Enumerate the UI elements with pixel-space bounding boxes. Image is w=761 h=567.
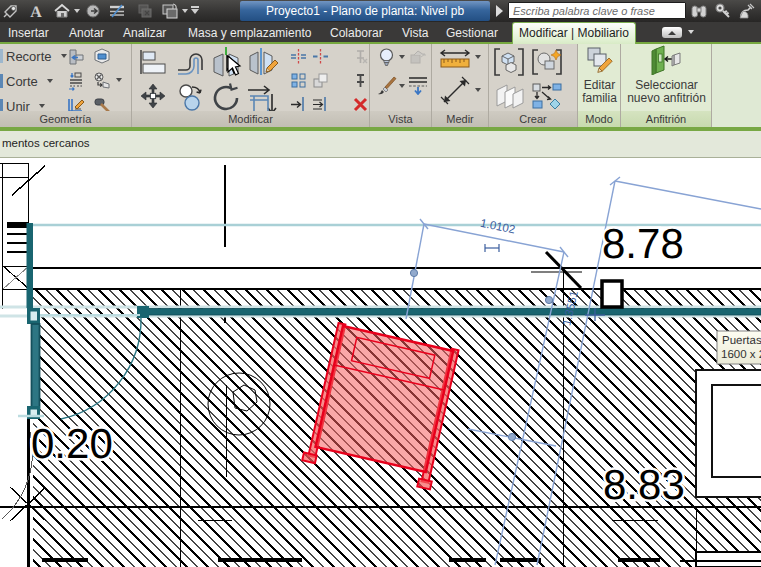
array-icon[interactable] xyxy=(290,72,307,89)
tab-insertar[interactable]: Insertar xyxy=(8,22,49,44)
customize-qat-caret-icon[interactable] xyxy=(191,9,199,14)
mirror-draw-axis-icon[interactable] xyxy=(247,46,279,78)
counter-plan xyxy=(696,370,761,497)
panel-crear: Crear xyxy=(489,44,578,127)
home-3d-icon[interactable] xyxy=(53,2,71,20)
panel-modificar: Modificar xyxy=(132,44,370,127)
temp-dim-value-1[interactable]: 1.0102 xyxy=(479,218,516,237)
aligned-dimension-icon[interactable] xyxy=(440,76,470,106)
hide-in-view-lines-icon[interactable] xyxy=(407,75,429,95)
revit-window: A Proyecto1 - Pla xyxy=(0,0,761,567)
cut-geometry-icon[interactable] xyxy=(92,46,112,66)
panel-modo: Editarfamilia Modo xyxy=(578,44,621,127)
create-parts-icon[interactable] xyxy=(531,82,563,110)
ribbon: Recorte Corte Unir xyxy=(0,44,761,127)
svg-text:A: A xyxy=(30,4,42,21)
column-symbol xyxy=(602,281,622,307)
dim-text-878: 8.78 xyxy=(602,220,684,267)
close-hidden-windows-icon[interactable] xyxy=(136,2,154,20)
cut-button[interactable]: Corte xyxy=(0,72,53,90)
minimize-ribbon-button[interactable] xyxy=(662,27,682,38)
tab-colaborar[interactable]: Colaborar xyxy=(330,22,383,44)
tab-masa-y-emplazamiento[interactable]: Masa y emplazamiento xyxy=(188,22,311,44)
tab-vista[interactable]: Vista xyxy=(402,22,428,44)
edit-family-button[interactable]: Editarfamilia xyxy=(578,45,621,105)
pick-new-host-button[interactable]: Seleccionarnuevo anfitrión xyxy=(621,45,712,105)
tab-anotar[interactable]: Anotar xyxy=(69,22,104,44)
window-title: Proyecto1 - Plano de planta: Nivel pb xyxy=(240,1,490,21)
customize-qat-icon[interactable] xyxy=(191,6,199,8)
create-similar-icon[interactable] xyxy=(531,47,563,77)
subscription-key-icon[interactable] xyxy=(714,2,732,20)
copy-icon[interactable] xyxy=(175,82,207,114)
panel-label-geometria[interactable]: Geometría xyxy=(0,111,131,127)
panel-label-modo[interactable]: Modo xyxy=(578,111,620,127)
trim-extend-corner-icon[interactable] xyxy=(246,82,278,114)
help-search-input[interactable] xyxy=(508,2,686,19)
panel-label-vista[interactable]: Vista xyxy=(370,111,431,127)
bottom-edge-marks xyxy=(42,520,761,567)
tab-gestionar[interactable]: Gestionar xyxy=(446,22,498,44)
beam-column-joins-icon[interactable] xyxy=(66,71,86,91)
legend-component-icon[interactable] xyxy=(493,82,527,110)
linework-brush-icon[interactable] xyxy=(376,74,398,96)
measure-caret-icon[interactable] xyxy=(475,55,481,59)
tag-icon[interactable] xyxy=(2,2,20,20)
opening-marks xyxy=(531,252,582,288)
text-icon[interactable]: A xyxy=(27,2,45,20)
switch-windows-caret-icon[interactable] xyxy=(182,9,188,13)
join-caret-icon[interactable] xyxy=(39,104,45,108)
cut-caret-icon[interactable] xyxy=(47,79,53,83)
apply-coping-icon[interactable] xyxy=(66,47,86,67)
displace-elements-icon[interactable] xyxy=(408,47,428,67)
align-icon[interactable] xyxy=(137,46,169,78)
title-expand-arrow-icon[interactable] xyxy=(496,5,503,17)
linework-caret-icon[interactable] xyxy=(399,84,405,88)
panel-label-modificar[interactable]: Modificar xyxy=(132,111,369,127)
rotate-icon[interactable] xyxy=(210,82,242,114)
panel-label-medir[interactable]: Medir xyxy=(432,111,488,127)
panel-label-anfitrion[interactable]: Anfitrión xyxy=(621,111,711,127)
cope-button[interactable]: Recorte xyxy=(0,47,67,65)
tab-modificar-mobiliario-active[interactable]: Modificar | Mobiliario xyxy=(512,22,636,44)
communication-center-icon[interactable] xyxy=(738,2,756,20)
ribbon-empty-area xyxy=(712,44,761,127)
edit-family-icon xyxy=(585,45,615,75)
pin-icon[interactable] xyxy=(352,72,369,89)
panel-geometria: Recorte Corte Unir xyxy=(0,44,132,127)
options-bar-text: mentos cercanos xyxy=(2,137,90,149)
hide-elements-bulb-icon[interactable] xyxy=(377,47,396,68)
title-bar: A Proyecto1 - Pla xyxy=(0,0,761,22)
measure-icon[interactable] xyxy=(439,48,471,70)
offset-icon[interactable] xyxy=(175,46,207,78)
options-bar: mentos cercanos xyxy=(0,131,761,158)
create-group-icon[interactable] xyxy=(493,47,525,77)
panel-anfitrion: Seleccionarnuevo anfitrión Anfitrión xyxy=(621,44,712,127)
dim-text-020: 0.20 xyxy=(31,420,113,467)
unjoin-geometry-icon[interactable] xyxy=(92,71,112,91)
pick-new-host-icon xyxy=(650,45,684,75)
search-binoculars-icon[interactable] xyxy=(690,2,708,20)
split-with-gap-icon[interactable] xyxy=(312,48,329,65)
drawing-area[interactable]: 1.0102 1.3551 8.78 8.83 0.20 Puertas 160… xyxy=(0,159,761,567)
tooltip-size: 1600 x 2 xyxy=(721,349,761,361)
home-3d-caret-icon[interactable] xyxy=(74,9,80,13)
unjoin-caret-icon[interactable] xyxy=(116,78,122,82)
unpin-icon[interactable] xyxy=(352,48,369,65)
aligned-dimension-caret-icon[interactable] xyxy=(475,88,481,92)
split-element-icon[interactable] xyxy=(290,48,307,65)
switch-windows-icon[interactable] xyxy=(161,2,179,20)
tooltip: Puertas 1600 x 2 xyxy=(717,331,761,364)
scale-icon[interactable] xyxy=(312,72,329,89)
move-icon[interactable] xyxy=(137,82,169,114)
thin-lines-icon[interactable] xyxy=(108,2,126,20)
tab-analizar[interactable]: Analizar xyxy=(123,22,166,44)
fixture-circle-symbol xyxy=(208,373,270,435)
hide-elements-caret-icon[interactable] xyxy=(399,55,405,59)
floor-plan-svg[interactable]: 1.0102 1.3551 8.78 8.83 0.20 Puertas 160… xyxy=(0,159,761,567)
minimize-ribbon-caret-icon[interactable] xyxy=(688,30,694,34)
dim-text-883: 8.83 xyxy=(603,461,685,508)
section-icon[interactable] xyxy=(84,2,102,20)
panel-label-crear[interactable]: Crear xyxy=(489,111,577,127)
mouse-cursor-icon xyxy=(226,55,242,77)
